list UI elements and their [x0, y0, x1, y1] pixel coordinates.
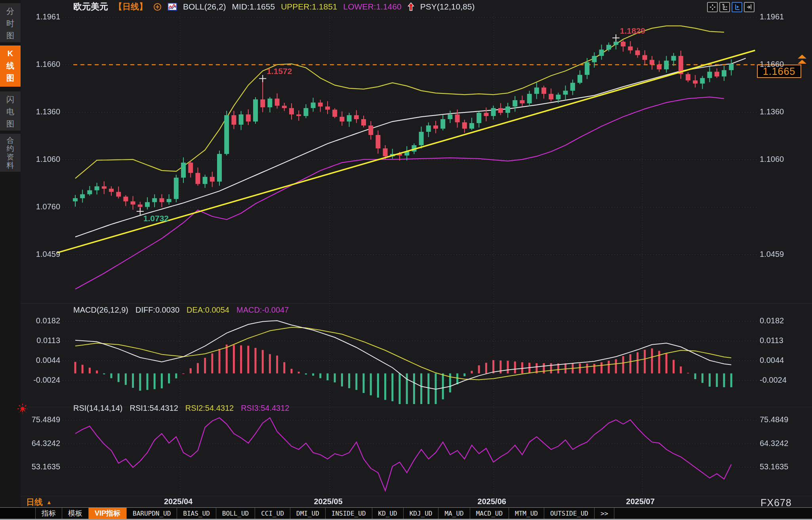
brand-watermark: FX678 — [761, 497, 792, 509]
price-axis-label-right: 1.0459 — [760, 250, 784, 259]
tab-BARUPDN_UD[interactable]: BARUPDN_UD — [127, 508, 177, 519]
extreme-price-annotation: 1.0732 — [143, 214, 169, 223]
rsi3-value: RSI3:54.4312 — [241, 404, 289, 413]
tab-OUTSIDE_UD[interactable]: OUTSIDE_UD — [544, 508, 595, 519]
sidebar-item-contract-info[interactable]: 合约资料 — [0, 134, 21, 172]
tab-KD_UD[interactable]: KD_UD — [372, 508, 404, 519]
compare-circle-plus-icon[interactable] — [153, 3, 162, 11]
x-axis-label: 2025/06 — [478, 497, 506, 506]
alert-starburst-icon — [17, 403, 29, 416]
price-axis-label-left: 1.1961 — [22, 12, 60, 21]
price-axis-label-left: 1.0459 — [22, 250, 60, 259]
rsi-pane-header: RSI(14,14,14) RSI1:54.4312 RSI2:54.4312 … — [73, 404, 290, 413]
rsi-axis-label-left: 53.1635 — [22, 462, 60, 471]
tab-CCI_UD[interactable]: CCI_UD — [255, 508, 290, 519]
red-up-arrow-icon — [408, 2, 414, 11]
rsi-axis-label-right: 53.1635 — [760, 462, 788, 471]
price-axis-label-left: 1.1660 — [22, 60, 60, 69]
y-axis-range-button[interactable] — [719, 2, 730, 12]
rsi-title: RSI(14,14,14) — [73, 404, 123, 413]
macd-axis-label-left: 0.0044 — [22, 356, 60, 365]
price-axis-label-left: 1.1060 — [22, 155, 60, 164]
macd-axis-label-right: 0.0182 — [760, 316, 784, 325]
bottom-tabbar: 指标模板VIP指标BARUPDN_UDBIAS_UDBOLL_UDCCI_UDD… — [0, 507, 812, 519]
tab-KDJ_UD[interactable]: KDJ_UD — [404, 508, 439, 519]
period-selector-button[interactable]: 日线 ▲ — [26, 497, 52, 508]
tab-指标[interactable]: 指标 — [36, 508, 62, 519]
rsi-axis-label-right: 75.4849 — [760, 415, 788, 424]
macd-axis-label-right: 0.0044 — [760, 356, 784, 365]
tab-BOLL_UD[interactable]: BOLL_UD — [216, 508, 255, 519]
rsi-axis-label-left: 64.3242 — [22, 439, 60, 448]
boll-lower-value: LOWER:1.1460 — [343, 2, 402, 11]
auto-follow-button[interactable] — [732, 2, 742, 12]
price-axis-label-right: 1.1060 — [760, 155, 784, 164]
macd-axis-label-left: 0.0113 — [22, 336, 60, 345]
pan-button[interactable] — [707, 2, 718, 12]
tab-DMI_UD[interactable]: DMI_UD — [290, 508, 326, 519]
x-axis-label: 2025/07 — [626, 497, 655, 506]
chart-header: 欧元美元 【日线】 BOLL(26,2) MID:1.1655 UPPER:1.… — [73, 1, 475, 13]
tab-INSIDE_UD[interactable]: INSIDE_UD — [326, 508, 372, 519]
sidebar-item-candle-chart[interactable]: K线图 — [0, 46, 21, 87]
rsi2-value: RSI2:54.4312 — [185, 404, 234, 413]
tabbar-spacer — [0, 508, 36, 519]
boll-mid-value: MID:1.1655 — [232, 2, 275, 11]
x-axis-shift-button[interactable] — [744, 2, 755, 12]
boll-upper-value: UPPER:1.1851 — [281, 2, 337, 11]
triangle-up-icon: ▲ — [46, 499, 52, 505]
extreme-price-annotation: 1.1829 — [620, 26, 645, 36]
price-axis-label-left: 1.1360 — [22, 107, 60, 116]
tab-VIP指标[interactable]: VIP指标 — [89, 508, 127, 519]
period-selector-label: 日线 — [26, 497, 43, 508]
tab-BIAS_UD[interactable]: BIAS_UD — [177, 508, 216, 519]
rsi1-value: RSI1:54.4312 — [130, 404, 178, 413]
macd-pane-header: MACD(26,12,9) DIFF:0.0030 DEA:0.0054 MAC… — [73, 306, 289, 315]
price-marker-icon — [795, 55, 809, 67]
price-chart-canvas[interactable] — [0, 0, 812, 520]
psy-label: PSY(12,10,85) — [420, 2, 475, 11]
extreme-price-annotation: 1.1572 — [267, 66, 292, 76]
period-tag: 【日线】 — [114, 1, 147, 12]
x-axis-label: 2025/04 — [164, 497, 193, 506]
mini-chart-icon[interactable] — [168, 3, 177, 11]
rsi-axis-label-right: 64.3242 — [760, 439, 788, 448]
tab-模板[interactable]: 模板 — [62, 508, 89, 519]
tab-MACD_UD[interactable]: MACD_UD — [470, 508, 509, 519]
rsi-axis-label-left: 75.4849 — [22, 415, 60, 424]
price-axis-label-right: 1.1660 — [760, 60, 784, 69]
sidebar-item-timeline-chart[interactable]: 分时图 — [0, 3, 21, 42]
x-axis-label: 2025/05 — [314, 497, 342, 506]
macd-axis-label-left: 0.0182 — [22, 316, 60, 325]
price-axis-label-right: 1.1360 — [760, 107, 784, 116]
price-axis-label-left: 1.0760 — [22, 202, 60, 211]
tab-MA_UD[interactable]: MA_UD — [438, 508, 470, 519]
price-axis-label-right: 1.1961 — [760, 12, 784, 21]
macd-axis-label-right: -0.0024 — [760, 376, 787, 385]
chart-toolbar — [707, 2, 755, 12]
left-sidebar: 分时图 K线图 闪电图 合约资料 — [0, 0, 21, 520]
chart-app-window: 分时图 K线图 闪电图 合约资料 欧元美元 【日线】 BOLL(26,2) MI… — [0, 0, 812, 520]
symbol-name: 欧元美元 — [73, 1, 108, 13]
macd-dea-value: DEA:0.0054 — [187, 306, 229, 315]
macd-diff-value: DIFF:0.0030 — [135, 306, 179, 315]
boll-label: BOLL(26,2) — [183, 2, 226, 11]
macd-axis-label-left: -0.0024 — [22, 376, 60, 385]
sidebar-item-flash-chart[interactable]: 闪电图 — [0, 91, 21, 131]
macd-axis-label-right: 0.0113 — [760, 336, 783, 345]
tab-MTM_UD[interactable]: MTM_UD — [509, 508, 544, 519]
macd-value: MACD:-0.0047 — [236, 306, 289, 315]
macd-title: MACD(26,12,9) — [73, 306, 128, 315]
tab->>[interactable]: >> — [595, 508, 614, 519]
